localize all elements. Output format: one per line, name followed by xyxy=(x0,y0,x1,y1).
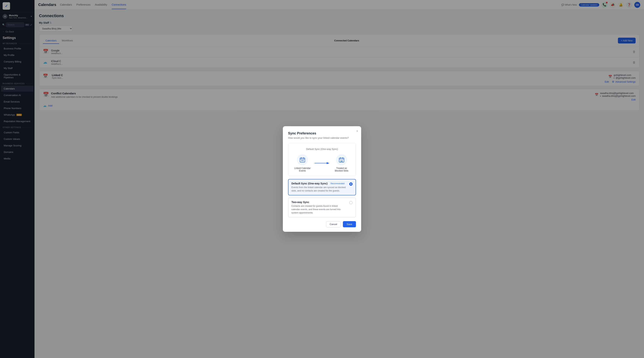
option-two-way-sync[interactable]: Two-way Sync Contacts are created for gu… xyxy=(288,198,356,218)
cancel-button[interactable]: Cancel xyxy=(326,221,341,227)
save-button[interactable]: Save xyxy=(343,221,356,227)
svg-rect-0 xyxy=(300,158,305,162)
option-one-radio[interactable] xyxy=(349,182,352,186)
sync-diagram: Default Sync (One-way Sync) Linked C xyxy=(288,143,356,176)
option-two-title: Two-way Sync xyxy=(292,201,309,204)
diagram-title: Default Sync (One-way Sync) xyxy=(292,148,352,150)
linked-calendar-diagram-icon xyxy=(297,154,308,166)
modal-close-button[interactable]: × xyxy=(356,129,358,133)
option-one-desc: Events from the linked calendar are sync… xyxy=(292,186,346,192)
sync-preferences-modal: × Sync Preferences How would you like to… xyxy=(283,126,361,232)
right-icon-block: Treated as Blocked Slots xyxy=(333,154,350,172)
option-two-radio[interactable] xyxy=(349,201,352,204)
option-two-desc: Contacts are created for guests found in… xyxy=(292,204,346,214)
svg-marker-5 xyxy=(327,162,330,164)
option-default-sync[interactable]: Default Sync (One-way Sync) Recommended … xyxy=(288,179,356,196)
right-icon-label: Treated as Blocked Slots xyxy=(333,167,350,172)
left-icon-block: Linked Calendar Events xyxy=(294,154,311,172)
blocked-slots-diagram-icon xyxy=(336,154,347,166)
modal-footer: Cancel Save xyxy=(288,221,356,227)
modal-subtitle: How would you like to sync your linked c… xyxy=(288,136,356,139)
modal-overlay: × Sync Preferences How would you like to… xyxy=(0,0,644,358)
svg-rect-6 xyxy=(339,158,344,162)
recommended-badge: Recommended xyxy=(329,182,346,185)
option-one-title: Default Sync (One-way Sync) xyxy=(292,182,328,185)
modal-title: Sync Preferences xyxy=(288,132,356,135)
left-icon-label: Linked Calendar Events xyxy=(294,167,311,172)
